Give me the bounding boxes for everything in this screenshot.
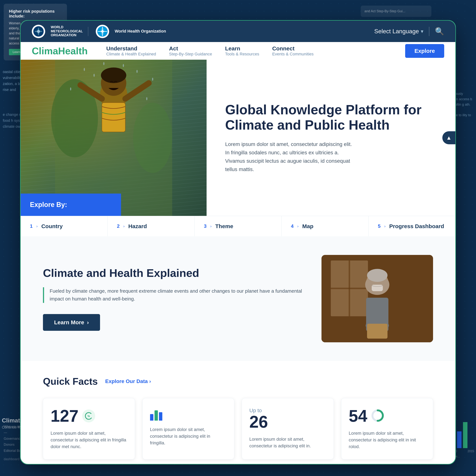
elderly-svg [322, 255, 433, 342]
fact-card-2: Lorem ipsum dolor sit amet, consectetur … [142, 398, 235, 459]
hero-description: Lorem ipsum dolor sit amet, consectetur … [225, 140, 355, 173]
explore-data-link[interactable]: Explore Our Data › [105, 378, 151, 384]
fact-1-number: 127 [51, 408, 78, 424]
fact-3-desc: Lorem ipsum dolor sit amet, consectetur … [249, 436, 326, 449]
who-text: World Health Organization [115, 29, 166, 34]
learn-more-label: Learn More [54, 319, 84, 325]
tab-1-arrow: › [36, 224, 37, 228]
svg-point-21 [103, 62, 104, 65]
nav-item-understand[interactable]: Understand Climate & Health Explained [106, 45, 156, 56]
nav-act-sub: Step-By-Step Guidance [169, 52, 212, 56]
climate-content: Climate and Health Explained Fueled by c… [43, 266, 303, 331]
language-dropdown-arrow: ▾ [421, 28, 423, 34]
topbar-divider [429, 27, 429, 36]
svg-point-17 [123, 64, 124, 67]
nav-understand-sub: Climate & Health Explained [106, 52, 156, 56]
top-bar-right: Select Language ▾ 🔍 [374, 27, 444, 36]
dashboard-ghost: dashboard [4, 457, 19, 461]
explore-by-label: Explore By: [30, 201, 67, 209]
explore-button[interactable]: Explore [405, 44, 444, 58]
tab-hazard-label: Hazard [128, 223, 147, 229]
hero-image: Explore By: [21, 60, 206, 216]
select-language-btn[interactable]: Select Language ▾ [374, 28, 423, 35]
tab-country[interactable]: 1 › Country [21, 216, 108, 236]
tab-2-arrow: › [123, 224, 125, 228]
site-title-main: Clima [32, 46, 58, 56]
fact-1-desc: Lorem ipsum dolor sit amet, consectetur … [51, 430, 127, 450]
fact-card-1: 127 % Lorem ipsum dolor sit amet, consec… [43, 398, 135, 459]
tab-progress-label: Progress Dashboard [389, 223, 444, 229]
nav-items-group: Understand Climate & Health Explained Ac… [106, 45, 394, 56]
fact-1-icon: % [82, 409, 95, 423]
svg-point-20 [152, 78, 153, 81]
svg-point-18 [136, 70, 137, 73]
nav-connect-sub: Events & Communities [272, 52, 314, 56]
fact-card-3: Up to 26 Lorem ipsum dolor sit amet, con… [242, 398, 334, 459]
svg-point-22 [146, 97, 147, 101]
nav-item-act[interactable]: Act Step-By-Step Guidance [169, 45, 212, 56]
fact-4-donut [371, 409, 384, 423]
fact-3-number-row: Up to 26 [249, 408, 326, 430]
fact-1-number-row: 127 % [51, 408, 127, 424]
tab-map[interactable]: 4 › Map [282, 216, 369, 236]
search-icon[interactable]: 🔍 [435, 27, 444, 36]
nav-item-learn[interactable]: Learn Tools & Resources [225, 45, 259, 56]
tab-5-arrow: › [384, 224, 386, 228]
svg-point-19 [70, 87, 71, 91]
hero-title: Global Knowledge Platform for Climate an… [225, 102, 441, 133]
climate-section: Climate and Health Explained Fueled by c… [21, 236, 455, 361]
logos-group: WORLD METEOROLOGICAL ORGANIZATION World … [32, 25, 166, 38]
select-language-label: Select Language [374, 28, 419, 35]
tab-country-label: Country [41, 223, 63, 229]
site-title-accent: Health [58, 46, 88, 56]
svg-point-16 [94, 74, 95, 77]
tab-1-num: 1 [30, 223, 33, 229]
svg-point-1 [37, 30, 40, 33]
tab-theme[interactable]: 3 › Theme [195, 216, 282, 236]
nav-learn-main: Learn [225, 45, 259, 52]
scroll-arrow-btn[interactable]: ▲ [442, 131, 455, 144]
nav-item-connect[interactable]: Connect Events & Communities [272, 45, 314, 56]
hero-content: Global Knowledge Platform for Climate an… [206, 60, 455, 216]
svg-rect-36 [322, 255, 433, 342]
fact-4-desc: Lorem ipsum dolor sit amet, consectetur … [349, 430, 425, 450]
explore-tabs: 1 › Country 2 › Hazard 3 › Theme 4 › Map… [21, 216, 455, 236]
child-svg [21, 60, 206, 216]
facts-grid: 127 % Lorem ipsum dolor sit amet, consec… [43, 398, 433, 459]
browser-window: WORLD METEOROLOGICAL ORGANIZATION World … [20, 20, 456, 464]
top-bar: WORLD METEOROLOGICAL ORGANIZATION World … [21, 21, 455, 42]
tab-4-arrow: › [297, 224, 299, 228]
fact-3-content: Up to 26 [249, 408, 268, 430]
bg-top-right-card: and Act Step-By-Step Gui... [361, 6, 431, 17]
tab-4-num: 4 [291, 223, 293, 229]
climate-desc-box: Fueled by climate change, more frequent … [43, 287, 303, 303]
svg-point-15 [84, 68, 85, 71]
tab-3-num: 3 [204, 223, 206, 229]
nav-act-main: Act [169, 45, 212, 52]
wmo-logo [32, 25, 45, 38]
fact-2-desc: Lorem ipsum dolor sit amet, consectetur … [150, 426, 227, 446]
fact-4-number: 54 [349, 408, 367, 424]
tab-2-num: 2 [117, 223, 119, 229]
wmo-text: WORLD METEOROLOGICAL ORGANIZATION [51, 25, 81, 37]
fact-2-bars [150, 408, 162, 421]
fact-card-4: 54 Lorem ipsum dolor sit amet, consectet… [341, 398, 433, 459]
climate-image [322, 255, 433, 342]
tab-theme-label: Theme [215, 223, 233, 229]
nav-understand-main: Understand [106, 45, 156, 52]
tab-5-num: 5 [378, 223, 380, 229]
explore-data-label: Explore Our Data [105, 378, 148, 384]
logo-divider [88, 27, 88, 36]
climate-title: Climate and Health Explained [43, 266, 303, 280]
tab-progress[interactable]: 5 › Progress Dashboard [369, 216, 455, 236]
bg-card-title: Higher risk populations include: [9, 9, 62, 18]
site-logo: ClimaHealth [32, 45, 88, 56]
learn-more-button[interactable]: Learn More › [43, 314, 100, 331]
bg-top-right-text: and Act Step-By-Step Gui... [364, 9, 428, 13]
nav-learn-sub: Tools & Resources [225, 52, 259, 56]
svg-rect-4 [101, 31, 104, 32]
nav-bar: ClimaHealth Understand Climate & Health … [21, 42, 455, 60]
explore-data-arrow: › [149, 378, 151, 384]
tab-hazard[interactable]: 2 › Hazard [108, 216, 195, 236]
svg-point-7 [133, 103, 172, 173]
